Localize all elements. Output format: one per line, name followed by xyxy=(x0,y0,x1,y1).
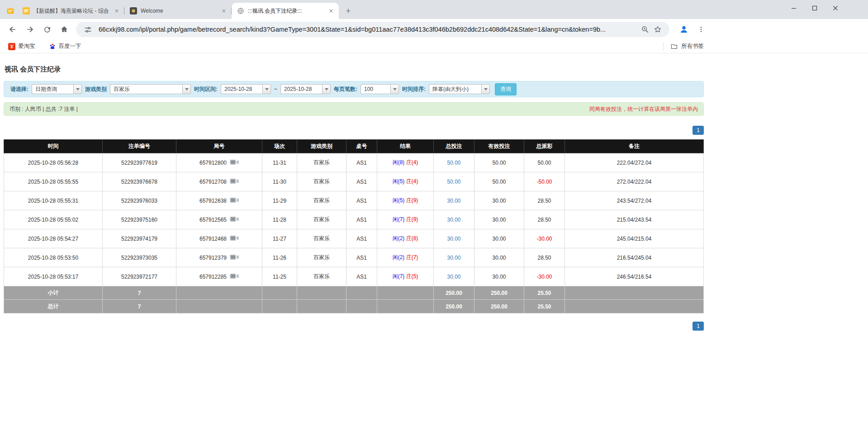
total-row: 总计7250.00250.0025.50 xyxy=(4,300,704,313)
summary-bar: 币别 : 人民币 | 总共 :7 注单 | 同局有效投注，统一计算在该局第一张注… xyxy=(4,102,704,116)
address-bar[interactable]: 66cxkj98.com/ipl/portal.php/game/betreco… xyxy=(76,22,669,37)
video-playback-icon[interactable] xyxy=(230,235,239,242)
footer-cell: 7 xyxy=(103,300,176,313)
footer-cell xyxy=(565,300,704,313)
chevron-down-icon[interactable] xyxy=(262,84,271,94)
page-1-button[interactable]: 1 xyxy=(693,322,704,331)
pinned-tab-favicon[interactable] xyxy=(4,4,17,19)
bookmarks-bar: 爱淘宝 百度一下 所有书签 xyxy=(0,40,868,53)
total-bet-link[interactable]: 30.00 xyxy=(447,255,460,261)
total-bet-link[interactable]: 30.00 xyxy=(447,274,460,280)
cell-remark: 215.04/243.54 xyxy=(565,210,704,229)
chevron-down-icon[interactable] xyxy=(322,84,331,94)
sort-value[interactable] xyxy=(429,84,481,94)
banker-result: 庄(4) xyxy=(406,178,418,185)
cell-time: 2025-10-28 05:53:50 xyxy=(4,248,103,267)
cell-bet-id: 522923976033 xyxy=(103,191,176,210)
site-settings-icon[interactable] xyxy=(81,23,94,36)
bookmark-baidu[interactable]: 百度一下 xyxy=(47,41,83,52)
game-type-value[interactable] xyxy=(110,84,182,94)
cell-payout: 28.50 xyxy=(524,210,565,229)
globe-favicon xyxy=(237,7,244,14)
back-icon[interactable] xyxy=(5,21,21,38)
forum-tab-favicon xyxy=(23,7,30,14)
date-to-value[interactable] xyxy=(280,84,322,94)
maximize-button[interactable] xyxy=(804,0,825,16)
date-from-select[interactable] xyxy=(221,84,271,94)
video-playback-icon[interactable] xyxy=(230,254,239,261)
video-playback-icon[interactable] xyxy=(230,197,239,204)
video-playback-icon[interactable] xyxy=(230,273,239,280)
column-header: 游戏类别 xyxy=(297,140,346,153)
minimize-button[interactable] xyxy=(783,0,804,16)
table-row: 2025-10-28 05:55:55522923976678657912708… xyxy=(4,172,704,191)
date-from-value[interactable] xyxy=(221,84,262,94)
query-type-value[interactable] xyxy=(32,84,73,94)
chevron-down-icon[interactable] xyxy=(481,84,490,94)
total-bet-link[interactable]: 30.00 xyxy=(447,198,460,204)
column-header: 场次 xyxy=(262,140,297,153)
tab-welcome[interactable]: Welcome xyxy=(124,3,232,19)
zoom-icon[interactable] xyxy=(639,23,651,36)
home-icon[interactable] xyxy=(56,21,72,38)
cell-valid-bet: 30.00 xyxy=(474,210,524,229)
total-bet-link[interactable]: 50.00 xyxy=(447,160,460,166)
player-result: 闲(7) xyxy=(393,216,405,223)
game-type-select[interactable] xyxy=(110,84,191,94)
footer-cell: 小计 xyxy=(4,286,103,300)
total-bet-link[interactable]: 30.00 xyxy=(447,236,460,242)
cell-total-bet: 30.00 xyxy=(434,191,474,210)
tab-close-icon[interactable] xyxy=(113,7,121,15)
banker-result: 庄(5) xyxy=(406,273,418,280)
tab-forum[interactable]: 【新提醒】海燕策略论坛 - 综合 xyxy=(17,3,124,19)
total-bet-link[interactable]: 30.00 xyxy=(447,217,460,223)
profile-icon[interactable] xyxy=(677,22,691,37)
cell-round: 657912379 xyxy=(176,248,262,267)
close-button[interactable] xyxy=(825,0,846,16)
cell-total-bet: 50.00 xyxy=(434,153,474,172)
cell-round: 657912708 xyxy=(176,172,262,191)
range-tilde: ~ xyxy=(274,86,277,92)
footer-cell xyxy=(176,300,262,313)
page-1-button[interactable]: 1 xyxy=(693,126,704,135)
table-row: 2025-10-28 05:56:28522923977619657912800… xyxy=(4,153,704,172)
search-button[interactable]: 查询 xyxy=(495,83,517,95)
chevron-down-icon[interactable] xyxy=(182,84,191,94)
per-page-select[interactable] xyxy=(360,84,399,94)
player-result: 闲(7) xyxy=(393,273,405,280)
banker-result: 庄(7) xyxy=(406,254,418,261)
video-playback-icon[interactable] xyxy=(230,178,239,185)
cell-result: 闲(8) 庄(4) xyxy=(377,153,434,172)
date-to-select[interactable] xyxy=(280,84,331,94)
forward-icon[interactable] xyxy=(22,21,38,38)
tab-close-icon[interactable] xyxy=(220,7,228,15)
select-label: 请选择: xyxy=(10,85,28,93)
subtotal-row: 小计7250.00250.0025.50 xyxy=(4,286,704,300)
total-bet-link[interactable]: 50.00 xyxy=(447,179,460,185)
menu-icon[interactable] xyxy=(694,22,708,37)
bookmark-star-icon[interactable] xyxy=(651,23,664,36)
pagination-bottom: 1 xyxy=(4,322,704,331)
table-row: 2025-10-28 05:55:02522923975160657912565… xyxy=(4,210,704,229)
cell-table-no: AS1 xyxy=(346,172,377,191)
bookmark-aitaobao[interactable]: 爱淘宝 xyxy=(6,41,37,52)
video-playback-icon[interactable] xyxy=(230,216,239,223)
per-page-value[interactable] xyxy=(360,84,390,94)
all-bookmarks[interactable]: 所有书签 xyxy=(663,43,704,51)
url-text[interactable]: 66cxkj98.com/ipl/portal.php/game/betreco… xyxy=(99,26,639,33)
cell-round: 657912800 xyxy=(176,153,262,172)
bookmark-label: 百度一下 xyxy=(59,43,81,50)
banker-result: 庄(4) xyxy=(406,159,418,166)
chevron-down-icon[interactable] xyxy=(73,84,82,94)
tab-bet-records[interactable]: :::视讯 会员下注纪录::: xyxy=(232,3,339,19)
new-tab-button[interactable] xyxy=(342,4,355,18)
cell-bet-id: 522923973035 xyxy=(103,248,176,267)
video-playback-icon[interactable] xyxy=(230,159,239,166)
tab-title: 【新提醒】海燕策略论坛 - 综合 xyxy=(33,7,109,15)
tab-close-icon[interactable] xyxy=(327,7,335,15)
player-result: 闲(2) xyxy=(393,254,405,261)
chevron-down-icon[interactable] xyxy=(390,84,399,94)
sort-select[interactable] xyxy=(429,84,490,94)
refresh-icon[interactable] xyxy=(39,21,55,38)
query-type-select[interactable] xyxy=(32,84,82,94)
